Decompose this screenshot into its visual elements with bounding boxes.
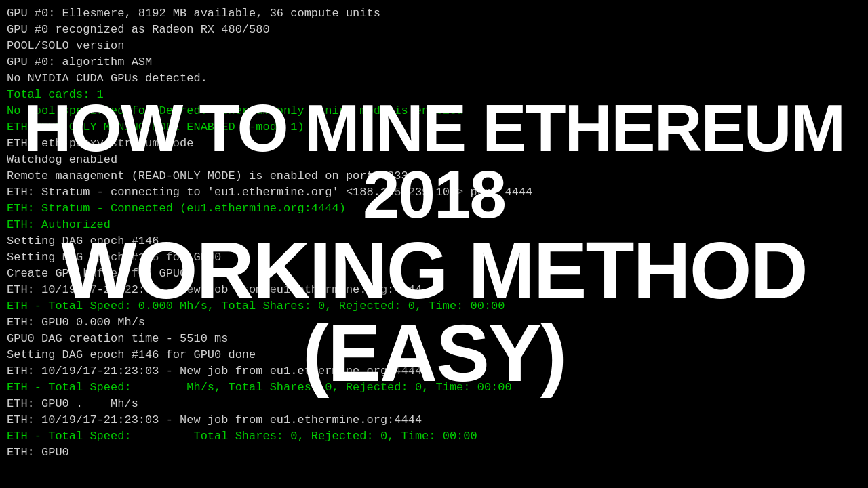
terminal-line: ETH - Total Speed: Total Shares: 0, Reje… <box>7 428 861 445</box>
terminal-line: Setting DAG epoch #146.. <box>7 233 861 249</box>
terminal-line: ETH: Stratum - connecting to 'eu1.etherm… <box>7 184 861 201</box>
terminal-line: ETH: 10/19/17-21:23:03 - New job from eu… <box>7 363 861 380</box>
terminal-line: Watchdog enabled <box>7 152 861 168</box>
terminal-line: GPU #0 recognized as Radeon RX 480/580 <box>7 22 861 38</box>
terminal-line: Setting DAG epoch #146 for GPU0 done <box>7 347 861 363</box>
terminal-line: ETH: eth-proxy stratum mode <box>7 136 861 152</box>
terminal-line: Total cards: 1 <box>7 87 861 103</box>
terminal-line: No NVIDIA CUDA GPUs detected. <box>7 70 861 87</box>
terminal-line: No pool specified for Decred! Ethereum-o… <box>7 103 861 119</box>
terminal-line: GPU #0: algorithm ASM <box>7 54 861 70</box>
terminal-output: GPU #0: Ellesmere, 8192 MB available, 36… <box>0 0 868 488</box>
terminal-line: Remote management (READ-ONLY MODE) is en… <box>7 168 861 184</box>
terminal-line: GPU #0: Ellesmere, 8192 MB available, 36… <box>7 5 861 22</box>
terminal-line: Create GPU buffer for GPU0 <box>7 266 861 282</box>
terminal-line: ETH: Stratum - Connected (eu1.ethermine.… <box>7 201 861 217</box>
terminal-line: ETH - Total Speed: Mh/s, Total Shares: 0… <box>7 380 861 396</box>
terminal-line: ETH: GPU0 <box>7 445 861 461</box>
terminal-line: POOL/SOLO version <box>7 38 861 54</box>
terminal-line: ETH: Authorized <box>7 217 861 233</box>
terminal-line: ETH: 10/19/17-21:22:56 - New job from eu… <box>7 282 861 298</box>
terminal-line: ETH: GPU0 0.000 Mh/s <box>7 314 861 331</box>
terminal-line: GPU0 DAG creation time - 5510 ms <box>7 331 861 347</box>
terminal-line: ETHEREUM-ONLY MINING MODE ENABLED (-mode… <box>7 119 861 136</box>
terminal-line: ETH - Total Speed: 0.000 Mh/s, Total Sha… <box>7 298 861 314</box>
terminal-line: ETH: GPU0 . Mh/s <box>7 396 861 412</box>
terminal-line: ETH: 10/19/17-21:23:03 - New job from eu… <box>7 412 861 428</box>
terminal-line: Setting DAG epoch #146 for GPU0 <box>7 249 861 266</box>
